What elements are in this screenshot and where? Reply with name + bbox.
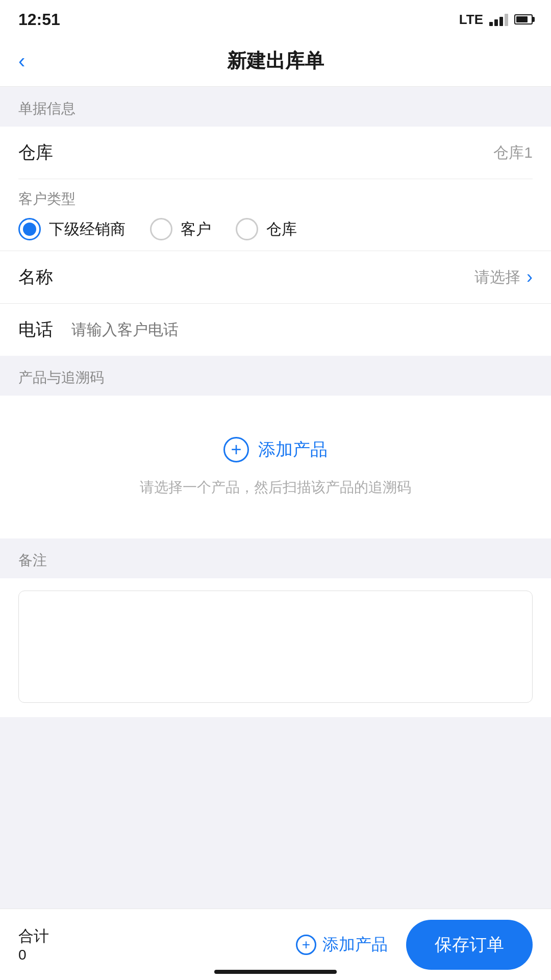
warehouse-value: 仓库1 — [493, 142, 533, 163]
nav-header: ‹ 新建出库单 — [0, 36, 551, 87]
lte-icon: LTE — [459, 12, 483, 28]
bottom-add-label: 添加产品 — [322, 934, 388, 956]
warehouse-row: 仓库 仓库1 — [18, 127, 533, 179]
add-product-button[interactable]: + 添加产品 — [223, 437, 328, 462]
name-placeholder: 请选择 — [474, 267, 520, 288]
back-button[interactable]: ‹ — [18, 50, 25, 72]
products-card: + 添加产品 请选择一个产品，然后扫描该产品的追溯码 — [0, 396, 551, 538]
customer-type-section: 客户类型 下级经销商 客户 仓库 — [0, 179, 551, 251]
add-product-icon: + — [223, 437, 249, 462]
warehouse-label: 仓库 — [18, 141, 53, 164]
battery-icon — [514, 14, 533, 24]
page-title: 新建出库单 — [227, 48, 324, 74]
radio-circle-warehouse — [236, 218, 258, 240]
radio-warehouse[interactable]: 仓库 — [236, 218, 297, 240]
bottom-add-product-button[interactable]: + 添加产品 — [296, 934, 388, 956]
name-row[interactable]: 名称 请选择 › — [0, 251, 551, 304]
radio-circle-customer — [150, 218, 172, 240]
document-info-card: 仓库 仓库1 — [0, 127, 551, 179]
notes-card — [0, 578, 551, 717]
phone-row: 电话 — [0, 304, 551, 356]
notes-section-label: 备注 — [0, 538, 551, 578]
bottom-bar: 合计 0 + 添加产品 保存订单 — [0, 909, 551, 980]
total-section: 合计 0 — [18, 926, 49, 963]
radio-label-dealer: 下级经销商 — [49, 219, 126, 240]
customer-type-radio-group: 下级经销商 客户 仓库 — [18, 218, 533, 240]
radio-dealer[interactable]: 下级经销商 — [18, 218, 126, 240]
home-indicator — [214, 970, 337, 974]
notes-input[interactable] — [18, 591, 533, 703]
add-product-label: 添加产品 — [258, 438, 328, 461]
phone-label: 电话 — [18, 318, 53, 341]
save-order-button[interactable]: 保存订单 — [406, 920, 533, 970]
total-value: 0 — [18, 947, 49, 963]
document-info-section-label: 单据信息 — [0, 87, 551, 127]
total-label: 合计 — [18, 926, 49, 947]
bottom-actions: + 添加产品 保存订单 — [296, 920, 533, 970]
product-hint-text: 请选择一个产品，然后扫描该产品的追溯码 — [140, 478, 411, 497]
signal-icon — [489, 13, 508, 26]
status-time: 12:51 — [18, 10, 60, 29]
products-section-label: 产品与追溯码 — [0, 356, 551, 396]
status-bar: 12:51 LTE — [0, 0, 551, 36]
phone-input[interactable] — [71, 321, 533, 338]
chevron-right-icon: › — [527, 266, 533, 288]
radio-label-customer: 客户 — [181, 219, 211, 240]
customer-type-label: 客户类型 — [18, 189, 533, 209]
name-select-area: 请选择 › — [474, 266, 533, 288]
radio-customer[interactable]: 客户 — [150, 218, 211, 240]
status-icons: LTE — [459, 12, 533, 28]
radio-inner-dealer — [23, 223, 36, 236]
bottom-add-icon: + — [296, 935, 316, 955]
name-label: 名称 — [18, 265, 53, 289]
radio-label-warehouse: 仓库 — [266, 219, 297, 240]
radio-circle-dealer — [18, 218, 41, 240]
